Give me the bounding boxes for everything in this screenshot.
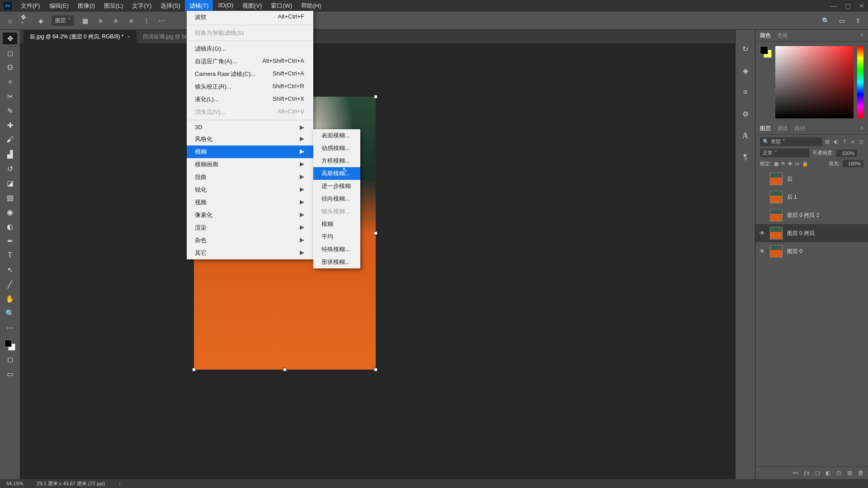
fx-icon[interactable]: ƒx	[803, 469, 810, 476]
menu-item[interactable]: 杂色▶	[187, 234, 313, 247]
menu-item[interactable]: 形状模糊...	[313, 256, 360, 268]
lock-brush-icon[interactable]: ✎	[781, 161, 785, 167]
layer-thumb[interactable]	[770, 245, 783, 258]
type-panel-icon[interactable]: A	[740, 130, 751, 141]
menu-item[interactable]: 特殊模糊...	[313, 243, 360, 256]
menu-item[interactable]: 平均	[313, 230, 360, 243]
quickmask-tool[interactable]: ◻	[3, 353, 17, 365]
swatches-tab[interactable]: 色板	[777, 32, 788, 39]
lock-all-icon[interactable]: 🔒	[802, 161, 808, 167]
hand-tool[interactable]: ✋	[3, 293, 17, 305]
menu-6[interactable]: 滤镜(T)	[185, 0, 213, 12]
menu-item[interactable]: 其它▶	[187, 247, 313, 259]
layer-thumb[interactable]	[770, 209, 783, 221]
menu-item[interactable]: 进一步模糊	[313, 180, 360, 192]
menu-item[interactable]: 模糊▶	[187, 145, 313, 158]
minimize-icon[interactable]: —	[830, 2, 837, 9]
fg-bg-swatch[interactable]	[760, 46, 772, 58]
maximize-icon[interactable]: ▢	[845, 2, 851, 9]
color-tab[interactable]: 颜色	[760, 32, 771, 39]
menu-1[interactable]: 编辑(E)	[45, 0, 73, 12]
layers-tab[interactable]: 图层	[760, 125, 771, 132]
close-icon[interactable]: ✕	[859, 2, 864, 9]
menu-item[interactable]: 动感模糊...	[313, 142, 360, 155]
eyedropper-tool[interactable]: ✎	[3, 105, 17, 117]
new-layer-icon[interactable]: ⊞	[847, 469, 852, 476]
brush-tool[interactable]: 🖌	[3, 134, 17, 145]
filter-adjust-icon[interactable]: ◐	[834, 139, 839, 145]
blur-tool[interactable]: ◉	[3, 206, 17, 218]
menu-7[interactable]: 3D(D)	[213, 0, 238, 12]
layer-row[interactable]: 👁图层 0	[755, 242, 868, 260]
layer-filter[interactable]: 🔍 类型 ˅	[760, 137, 822, 146]
align-center-icon[interactable]: ≡	[111, 16, 120, 25]
filter-pixel-icon[interactable]: ▨	[825, 139, 830, 145]
stamp-tool[interactable]: ▟	[3, 148, 17, 160]
lasso-tool[interactable]: ʘ	[3, 61, 17, 73]
lock-position-icon[interactable]: ✥	[788, 161, 792, 167]
layer-row[interactable]: 后	[755, 170, 868, 188]
move-icon[interactable]: ✥ ˅	[21, 16, 30, 25]
menu-8[interactable]: 视图(V)	[238, 0, 266, 12]
workspace-icon[interactable]: ▭	[837, 16, 846, 25]
screenmode-tool[interactable]: ▭	[3, 368, 17, 380]
share-icon[interactable]: ⇧	[854, 16, 863, 25]
status-more-icon[interactable]: 〉	[118, 480, 123, 487]
tab-close-icon[interactable]: ×	[127, 34, 130, 39]
menu-item[interactable]: 锐化▶	[187, 183, 313, 196]
menu-item[interactable]: 高斯模糊...	[313, 167, 360, 180]
menu-2[interactable]: 图像(I)	[73, 0, 99, 12]
lock-artboard-icon[interactable]: ▭	[795, 161, 799, 167]
layer-row[interactable]: 👁图层 0 拷贝	[755, 224, 868, 242]
zoom-tool[interactable]: 🔍	[3, 307, 17, 319]
layer-row[interactable]: 图层 0 拷贝 2	[755, 206, 868, 224]
home-icon[interactable]: ⌂	[5, 16, 14, 25]
menu-item[interactable]: 视频▶	[187, 196, 313, 209]
menu-item[interactable]: 方框模糊...	[313, 155, 360, 167]
more-icon[interactable]: ⋯	[157, 16, 166, 25]
wand-tool[interactable]: ✧	[3, 76, 17, 88]
opacity-value[interactable]: 100%	[836, 150, 857, 157]
search-icon[interactable]: 🔍	[821, 16, 830, 25]
panel-menu-icon[interactable]: ≡	[860, 125, 863, 132]
menu-item[interactable]: 液化(L)...Shift+Ctrl+X	[187, 93, 313, 106]
visibility-icon[interactable]: 👁	[759, 248, 765, 254]
menu-10[interactable]: 帮助(H)	[297, 0, 326, 12]
paragraph-icon[interactable]: ¶	[740, 152, 751, 163]
menu-4[interactable]: 文字(Y)	[127, 0, 156, 12]
marquee-tool[interactable]: ◻	[3, 47, 17, 59]
styles-icon[interactable]: ⚙	[740, 108, 751, 119]
layers-icon[interactable]: ◈	[36, 16, 45, 25]
menu-item[interactable]: 模糊画廊▶	[187, 158, 313, 171]
history-icon[interactable]: ↻	[740, 43, 751, 54]
paths-tab[interactable]: 路径	[794, 125, 805, 132]
lock-pixels-icon[interactable]: ▦	[774, 161, 778, 167]
move-tool[interactable]: ✥	[3, 33, 17, 44]
fill-value[interactable]: 100%	[843, 160, 863, 167]
filter-type-icon[interactable]: T	[843, 139, 846, 145]
layer-row[interactable]: 后 1	[755, 188, 868, 206]
menu-item[interactable]: 渲染▶	[187, 221, 313, 234]
menu-item[interactable]: 扭曲▶	[187, 171, 313, 183]
filter-shape-icon[interactable]: ▱	[851, 139, 854, 145]
delete-icon[interactable]: 🗑	[858, 469, 863, 476]
path-tool[interactable]: ↖	[3, 264, 17, 276]
type-tool[interactable]: T	[3, 249, 17, 261]
menu-item[interactable]: 表面模糊...	[313, 129, 360, 142]
menu-5[interactable]: 选择(S)	[156, 0, 184, 12]
document-tab[interactable]: 前.jpg @ 64.2% (图层 0 拷贝, RGB/8) *×	[24, 30, 137, 43]
layer-thumb[interactable]	[770, 173, 783, 185]
menu-9[interactable]: 窗口(W)	[266, 0, 297, 12]
history-brush-tool[interactable]: ↺	[3, 163, 17, 174]
dodge-tool[interactable]: ◐	[3, 221, 17, 232]
panel-menu-icon[interactable]: ≡	[860, 32, 863, 39]
line-tool[interactable]: ╱	[3, 278, 17, 290]
hue-slider[interactable]	[857, 46, 863, 118]
dist-icon[interactable]: ⋮	[142, 16, 151, 25]
gradient-tool[interactable]: ▨	[3, 192, 17, 203]
channels-tab[interactable]: 通道	[777, 125, 788, 132]
pen-tool[interactable]: ✒	[3, 235, 17, 247]
menu-item[interactable]: 镜头校正(R)...Shift+Ctrl+R	[187, 80, 313, 93]
layer-thumb[interactable]	[770, 191, 783, 203]
mask-icon[interactable]: ◻	[815, 469, 820, 476]
